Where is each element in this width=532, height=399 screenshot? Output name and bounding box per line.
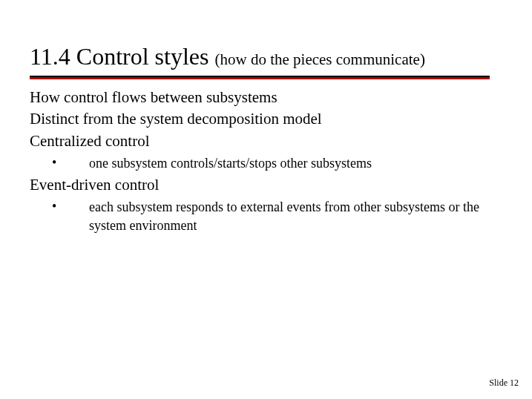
body-line-2: Distinct from the system decomposition m… [30,109,505,129]
slide: 11.4 Control styles (how do the pieces c… [0,0,532,399]
body-line-1: How control flows between subsystems [30,88,505,108]
title-underline-red [30,77,490,79]
bullet-icon: • [30,154,89,171]
bullet-row-1: • one subsystem controls/starts/stops ot… [30,154,505,172]
bullet-text-2: each subsystem responds to external even… [89,198,505,234]
slide-body: How control flows between subsystems Dis… [30,88,505,237]
slide-title: 11.4 Control styles (how do the pieces c… [30,43,505,70]
bullet-icon: • [30,198,89,215]
title-main: 11.4 Control styles [30,43,214,70]
title-sub: (how do the pieces communicate) [214,50,424,68]
bullet-row-2: • each subsystem responds to external ev… [30,198,505,234]
bullet-text-1: one subsystem controls/starts/stops othe… [89,154,505,172]
body-line-4: Event-driven control [30,175,505,195]
body-line-3: Centralized control [30,131,505,151]
slide-number: Slide 12 [489,377,519,389]
